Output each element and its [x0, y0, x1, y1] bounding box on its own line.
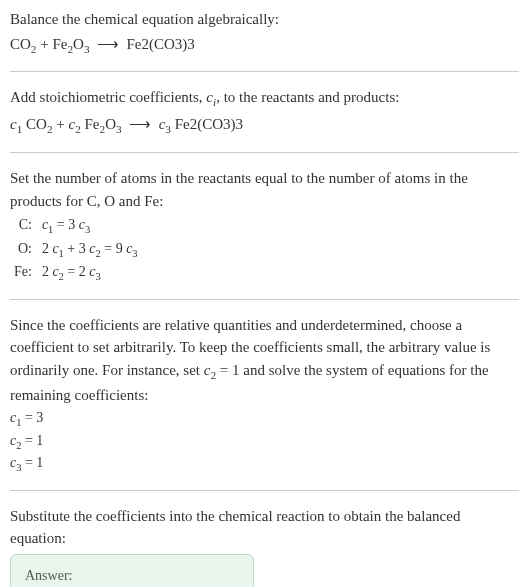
- atom-equation: 2 c1 + 3 c2 = 9 c3: [38, 238, 142, 262]
- section-substitute: Substitute the coefficients into the che…: [10, 505, 519, 587]
- divider: [10, 490, 519, 491]
- coefficient-list: c1 = 3c2 = 1c3 = 1: [10, 408, 519, 475]
- coefficient-value: c2 = 1: [10, 431, 519, 453]
- divider: [10, 152, 519, 153]
- answer-box: Answer: 3 CO2 + Fe2O3 ⟶ Fe2(CO3)3: [10, 554, 254, 587]
- atom-label: O:: [10, 238, 38, 262]
- intro-text: Balance the chemical equation algebraica…: [10, 8, 519, 31]
- atom-table-body: C:c1 = 3 c3O:2 c1 + 3 c2 = 9 c3Fe:2 c2 =…: [10, 214, 142, 285]
- answer-label: Answer:: [25, 565, 239, 586]
- atoms-text: Set the number of atoms in the reactants…: [10, 167, 519, 212]
- atom-balance-table: C:c1 = 3 c3O:2 c1 + 3 c2 = 9 c3Fe:2 c2 =…: [10, 214, 142, 285]
- unbalanced-equation: CO2 + Fe2O3 ⟶ Fe2(CO3)3: [10, 33, 519, 58]
- coefficient-value: c1 = 3: [10, 408, 519, 430]
- substitute-text: Substitute the coefficients into the che…: [10, 505, 519, 550]
- atom-row: Fe:2 c2 = 2 c3: [10, 261, 142, 285]
- stoich-text: Add stoichiometric coefficients, ci, to …: [10, 86, 519, 111]
- atom-row: O:2 c1 + 3 c2 = 9 c3: [10, 238, 142, 262]
- section-stoichiometric: Add stoichiometric coefficients, ci, to …: [10, 86, 519, 138]
- atom-label: Fe:: [10, 261, 38, 285]
- solve-text: Since the coefficients are relative quan…: [10, 314, 519, 406]
- atom-equation: 2 c2 = 2 c3: [38, 261, 142, 285]
- stoich-equation: c1 CO2 + c2 Fe2O3 ⟶ c3 Fe2(CO3)3: [10, 113, 519, 138]
- atom-equation: c1 = 3 c3: [38, 214, 142, 238]
- atom-label: C:: [10, 214, 38, 238]
- divider: [10, 299, 519, 300]
- section-atoms: Set the number of atoms in the reactants…: [10, 167, 519, 285]
- section-solve: Since the coefficients are relative quan…: [10, 314, 519, 476]
- coefficient-value: c3 = 1: [10, 453, 519, 475]
- atom-row: C:c1 = 3 c3: [10, 214, 142, 238]
- divider: [10, 71, 519, 72]
- section-intro: Balance the chemical equation algebraica…: [10, 8, 519, 57]
